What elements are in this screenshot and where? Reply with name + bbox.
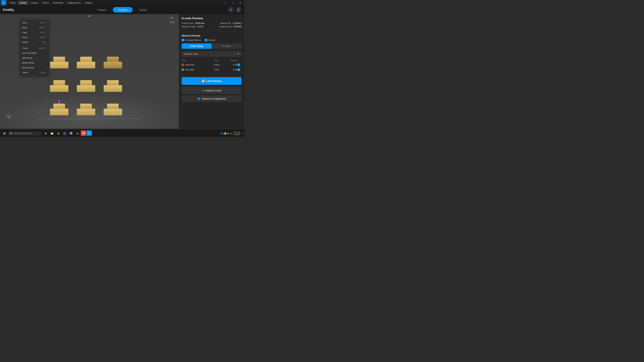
menu-tool[interactable]: Tool(T) bbox=[40, 1, 51, 5]
menu-help[interactable]: Help(H) bbox=[83, 1, 94, 5]
printing-platform-checkbox[interactable]: ✓ Printing Platform bbox=[182, 39, 202, 41]
type-table-header: Type Time Percent bbox=[182, 59, 242, 62]
start-menu-button[interactable]: ⊞ bbox=[1, 130, 8, 136]
taskbar-apps: ⧉ 📁 ⚙ 🖼 🗂 SW C bbox=[42, 130, 92, 136]
menu-item-copy[interactable]: Copy Ctrl+C bbox=[20, 30, 48, 35]
shape-body bbox=[77, 104, 95, 115]
shape-body bbox=[104, 57, 122, 68]
inner-wall-checkbox[interactable]: ✓ bbox=[238, 68, 242, 71]
minimize-button[interactable]: — bbox=[221, 0, 229, 5]
download-button[interactable]: ⬇ bbox=[228, 7, 234, 13]
upload-to-cloud-button[interactable]: 🔷 Upload to Crealitycloud bbox=[182, 95, 242, 102]
shape-2-1 bbox=[48, 72, 71, 92]
axis-indicator: Y Z bbox=[5, 111, 14, 119]
shape-1-3 bbox=[101, 48, 124, 68]
taskbar-app-settings[interactable]: ⚙ bbox=[55, 130, 62, 136]
taskbar-search[interactable]: 🔍 Type here to search bbox=[8, 132, 42, 135]
outer-wall-checkbox[interactable]: ✓ bbox=[238, 63, 242, 66]
inner-wall-color-swatch bbox=[182, 68, 184, 71]
main-header: Creality_ Prepare Preview Device ⬇ 👤 bbox=[0, 5, 244, 14]
close-button[interactable]: ✕ bbox=[236, 0, 244, 5]
type-row-outer-wall: Outer Wall 1m24s 5.3% ✓ bbox=[182, 62, 242, 67]
shape-body bbox=[77, 57, 95, 68]
menu-file[interactable]: File(E) bbox=[8, 1, 18, 5]
undo-label: Undo bbox=[22, 21, 27, 24]
taskbar-app-chrome[interactable] bbox=[62, 130, 68, 136]
window-controls: — □ ✕ bbox=[221, 0, 244, 5]
delete-label: Delete bbox=[22, 41, 28, 43]
menu-item-select[interactable]: Select Ctrl+M bbox=[20, 70, 48, 75]
taskbar-app-taskview[interactable]: ⧉ bbox=[42, 130, 49, 136]
undo-shortcut: Ctrl+Z bbox=[40, 22, 46, 24]
taskbar-app-photos[interactable]: 🖼 bbox=[68, 130, 74, 136]
menu-item-clone[interactable]: Clone Shift+D bbox=[20, 46, 48, 51]
shape-body bbox=[104, 80, 122, 92]
maximize-button[interactable]: □ bbox=[229, 0, 236, 5]
shape-3-3 bbox=[101, 95, 124, 115]
copy-shortcut: Ctrl+C bbox=[40, 31, 46, 34]
platform-grid bbox=[38, 117, 142, 120]
export-icon: ↗ bbox=[202, 89, 204, 92]
view-front-button[interactable]: Front bbox=[168, 20, 177, 24]
notification-icon[interactable]: 🗨 bbox=[241, 132, 243, 134]
shape-body bbox=[77, 80, 95, 92]
shapes-grid bbox=[48, 48, 131, 115]
menu-item-mergemode[interactable]: Merge Mode bbox=[20, 60, 48, 65]
titlebar: C File(E) Edit(E) View(V) Tool(T) Models… bbox=[0, 0, 244, 5]
menu-view[interactable]: View(V) bbox=[28, 1, 40, 5]
structure-type-dropdown[interactable]: Structure Type ▼ bbox=[182, 51, 242, 57]
content-area: Undo Ctrl+Z Redo Shift+Z Copy Ctrl+C Pas… bbox=[0, 14, 244, 129]
menu-item-split[interactable]: Split Mode bbox=[20, 55, 48, 60]
paste-label: Paste bbox=[22, 36, 28, 38]
menu-calibration[interactable]: Calibration(C) bbox=[65, 1, 83, 5]
type-table: Type Time Percent Outer Wall 1m24s 5.3% … bbox=[182, 59, 242, 72]
outer-wall-name: Outer Wall bbox=[182, 64, 210, 66]
outer-wall-check: ✓ bbox=[238, 63, 240, 66]
view-top-button[interactable]: Top bbox=[168, 16, 177, 20]
taskbar-app-creality[interactable]: C bbox=[86, 130, 92, 136]
tab-device[interactable]: Device bbox=[134, 7, 152, 12]
printing-platform-label: Printing Platform bbox=[185, 39, 202, 41]
menu-item-redo[interactable]: Redo Shift+Z bbox=[20, 25, 48, 30]
menu-divider-1 bbox=[20, 45, 48, 45]
svg-line-2 bbox=[7, 116, 9, 118]
menu-item-undo[interactable]: Undo Ctrl+Z bbox=[20, 20, 48, 25]
gcode-preview-title: G-code Preview bbox=[182, 17, 242, 20]
merge2-label: Merge Mode bbox=[22, 66, 34, 69]
titlebar-menu: File(E) Edit(E) View(V) Tool(T) Models(M… bbox=[8, 1, 94, 5]
stats-row-1: Printing Time: 0h26m38s Material Wt: 12.… bbox=[182, 22, 242, 24]
menu-item-merge2[interactable]: Merge Mode bbox=[20, 65, 48, 70]
g-code-button[interactable]: G-code bbox=[212, 43, 242, 49]
menu-models[interactable]: Models(M) bbox=[51, 1, 65, 5]
nozzle-checkbox[interactable]: ✓ Nozzle bbox=[205, 39, 215, 41]
app-logo: C bbox=[1, 0, 6, 5]
taskbar-app-files[interactable]: 🗂 bbox=[74, 130, 80, 136]
right-panel: G-code Preview Printing Time: 0h26m38s M… bbox=[179, 14, 244, 129]
show-in-preview-title: Show in Preview bbox=[182, 34, 242, 37]
export-to-local-button[interactable]: ↗ Export to Local bbox=[182, 87, 242, 94]
tab-prepare[interactable]: Prepare bbox=[92, 7, 112, 12]
taskbar-time: 5:45 PM 2/7/2024 bbox=[233, 131, 240, 135]
type-row-inner-wall: Inner Wall 1m0s 3.8% ✓ bbox=[182, 67, 242, 72]
color-show-button[interactable]: Color Show bbox=[182, 43, 212, 49]
taskbar-app-solidworks[interactable]: SW bbox=[81, 130, 86, 136]
svg-text:Y: Y bbox=[12, 114, 13, 116]
taskbar-app-explorer[interactable]: 📁 bbox=[49, 130, 55, 136]
profile-button[interactable]: 👤 bbox=[236, 7, 242, 13]
lan-printing-button[interactable]: 📶 LAN Printing bbox=[182, 77, 242, 85]
inner-wall-pct: 3.8% bbox=[224, 68, 238, 71]
shape-1-1 bbox=[48, 48, 71, 68]
menu-item-paste[interactable]: Paste Ctrl+V bbox=[20, 35, 48, 40]
view-buttons: Top Front bbox=[168, 16, 177, 24]
tab-preview[interactable]: Preview bbox=[113, 7, 132, 12]
header-right: ⬇ 👤 bbox=[228, 7, 242, 13]
export-label: Export to Local bbox=[206, 89, 221, 92]
taskbar: ⊞ 🔍 Type here to search ⧉ 📁 ⚙ 🖼 🗂 SW C ∧… bbox=[0, 130, 244, 137]
stats-row-2: Material Length: 4.30 m Material Cost: 0… bbox=[182, 25, 242, 28]
svg-point-7 bbox=[64, 133, 66, 134]
menu-item-delete[interactable]: Delete Del bbox=[20, 40, 48, 44]
menu-item-clor[interactable]: Clor+Sh+Mode bbox=[20, 51, 48, 55]
clone-shortcut: Shift+D bbox=[39, 47, 46, 49]
type-col-header: Type bbox=[182, 59, 210, 62]
menu-edit[interactable]: Edit(E) bbox=[18, 1, 28, 5]
